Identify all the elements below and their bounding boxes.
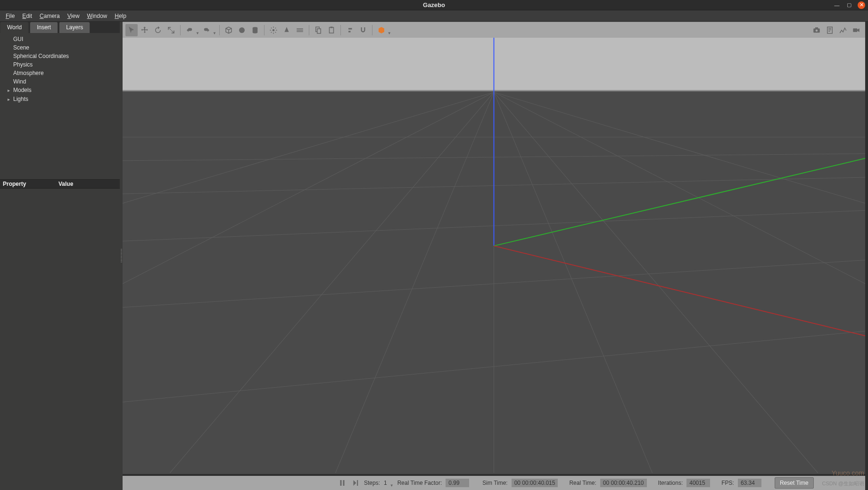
svg-rect-4 — [317, 29, 321, 33]
simtime-value: 00 00:00:40.015 — [512, 479, 558, 487]
fps-value: 63.34 — [738, 479, 761, 487]
svg-line-19 — [335, 92, 494, 473]
svg-rect-28 — [343, 480, 345, 486]
svg-line-23 — [123, 92, 494, 283]
tree-wind[interactable]: Wind — [6, 77, 120, 86]
watermark: Yuuco.com — [832, 469, 864, 477]
spot-light[interactable] — [281, 24, 293, 36]
copy-button[interactable] — [312, 24, 324, 36]
undo-dropdown-icon[interactable]: ▼ — [196, 31, 199, 38]
property-header: Property Value — [0, 179, 120, 189]
pause-button[interactable] — [338, 478, 347, 488]
svg-line-21 — [494, 92, 652, 473]
rtf-label: Real Time Factor: — [397, 480, 442, 486]
svg-rect-6 — [331, 26, 333, 28]
viewport-3d[interactable] — [123, 38, 865, 474]
menubar: File Edit Camera View Window Help — [0, 10, 868, 22]
menu-view[interactable]: View — [64, 11, 83, 21]
menu-file[interactable]: File — [2, 11, 18, 21]
status-bar: Steps: 1 ▼ Real Time Factor: 0.99 Sim Ti… — [123, 476, 865, 490]
directional-light[interactable] — [294, 24, 306, 36]
svg-line-22 — [494, 92, 818, 473]
simtime-label: Sim Time: — [482, 480, 507, 486]
tree-models[interactable]: Models — [6, 86, 120, 95]
menu-window[interactable]: Window — [83, 11, 111, 21]
tree-lights[interactable]: Lights — [6, 95, 120, 104]
maximize-button[interactable]: ▢ — [845, 1, 853, 9]
fps-label: FPS: — [721, 480, 734, 486]
iterations-label: Iterations: — [658, 480, 683, 486]
svg-line-26 — [494, 92, 865, 203]
minimize-button[interactable]: — — [833, 1, 841, 9]
menu-edit[interactable]: Edit — [18, 11, 36, 21]
svg-rect-5 — [329, 27, 333, 33]
redo-button[interactable] — [200, 24, 213, 36]
align-button[interactable] — [344, 24, 356, 36]
box-shape[interactable] — [223, 24, 235, 36]
view-angle-dropdown-icon[interactable]: ▼ — [388, 31, 391, 38]
axes-overlay — [123, 38, 865, 473]
rtf-value: 0.99 — [446, 479, 469, 487]
steps-value: 1 — [384, 480, 387, 486]
step-button[interactable] — [351, 478, 360, 488]
reset-time-button[interactable]: Reset Time — [775, 477, 814, 489]
tree-physics[interactable]: Physics — [6, 60, 120, 69]
titlebar: Gazebo — ▢ ✕ — [0, 0, 868, 10]
rotate-tool[interactable] — [152, 24, 164, 36]
plot-button[interactable] — [837, 24, 849, 36]
svg-line-18 — [170, 92, 494, 473]
tab-world[interactable]: World — [0, 22, 29, 33]
undo-button[interactable] — [183, 24, 196, 36]
svg-line-24 — [494, 92, 865, 283]
tree-scene[interactable]: Scene — [6, 43, 120, 52]
iterations-value: 40015 — [686, 479, 710, 487]
tree-atmosphere[interactable]: Atmosphere — [6, 69, 120, 77]
menu-help[interactable]: Help — [111, 11, 130, 21]
screenshot-button[interactable] — [810, 24, 823, 36]
realtime-value: 00 00:00:40.210 — [600, 479, 647, 487]
left-panel: World Insert Layers GUI Scene Spherical … — [0, 22, 120, 490]
svg-rect-27 — [340, 480, 342, 486]
y-axis — [494, 158, 865, 246]
steps-label: Steps: — [364, 480, 380, 486]
close-button[interactable]: ✕ — [858, 1, 865, 9]
menu-camera[interactable]: Camera — [36, 11, 64, 21]
steps-dropdown-icon[interactable]: ▼ — [390, 483, 394, 490]
snap-button[interactable] — [357, 24, 369, 36]
tab-insert[interactable]: Insert — [30, 22, 58, 33]
property-col: Property — [0, 180, 56, 188]
translate-tool[interactable] — [139, 24, 151, 36]
point-light[interactable] — [267, 24, 280, 36]
tab-layers[interactable]: Layers — [59, 22, 90, 33]
scale-tool[interactable] — [165, 24, 177, 36]
redo-dropdown-icon[interactable]: ▼ — [213, 31, 216, 38]
property-body — [0, 189, 120, 490]
log-button[interactable] — [824, 24, 836, 36]
sphere-shape[interactable] — [236, 24, 248, 36]
attribution: CSDN @生如昭诩 — [822, 480, 864, 487]
window-title: Gazebo — [423, 1, 445, 8]
record-button[interactable] — [850, 24, 862, 36]
tree-gui[interactable]: GUI — [6, 35, 120, 43]
tree-spherical[interactable]: Spherical Coordinates — [6, 52, 120, 60]
toolbar: ▼ ▼ ▼ — [123, 22, 865, 38]
svg-point-2 — [273, 29, 275, 31]
paste-button[interactable] — [325, 24, 338, 36]
x-axis — [494, 246, 865, 336]
svg-rect-11 — [853, 28, 857, 32]
svg-rect-9 — [815, 27, 818, 29]
sidebar-tabs: World Insert Layers — [0, 22, 120, 33]
realtime-label: Real Time: — [569, 480, 596, 486]
world-tree: GUI Scene Spherical Coordinates Physics … — [0, 33, 120, 179]
select-tool[interactable] — [125, 24, 138, 36]
value-col: Value — [56, 180, 76, 188]
view-angle-button[interactable] — [375, 24, 388, 36]
cylinder-shape[interactable] — [249, 24, 261, 36]
svg-point-0 — [239, 27, 245, 33]
svg-point-8 — [816, 29, 818, 32]
